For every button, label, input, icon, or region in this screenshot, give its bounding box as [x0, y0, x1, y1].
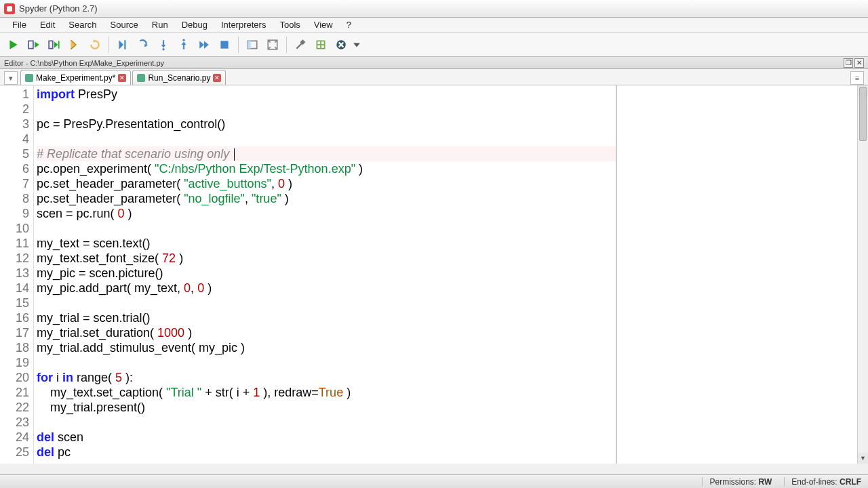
eol-cell: End-of-lines: CRLF: [784, 477, 861, 487]
svg-rect-18: [220, 41, 228, 48]
svg-marker-2: [35, 41, 39, 47]
dropdown-icon[interactable]: [352, 35, 361, 54]
menu-interpreters[interactable]: Interpreters: [214, 18, 273, 31]
run-selection-button[interactable]: [65, 35, 84, 54]
close-icon[interactable]: ✕: [854, 58, 864, 68]
window-title: Spyder (Python 2.7): [19, 3, 98, 14]
run-cell-advance-button[interactable]: [45, 35, 64, 54]
tab-label: Make_Experiment.py*: [36, 73, 115, 83]
svg-marker-16: [199, 41, 204, 48]
svg-marker-6: [94, 39, 97, 43]
permissions-label: Permissions:: [709, 477, 756, 487]
svg-marker-30: [353, 43, 360, 47]
menu-file[interactable]: File: [5, 18, 33, 31]
run-button[interactable]: [4, 35, 23, 54]
close-icon[interactable]: ✕: [118, 74, 126, 82]
sidebar-toggle-button[interactable]: [243, 35, 262, 54]
tab-row: ▾ Make_Experiment.py*✕Run_Scenario.py✕ ≡: [0, 69, 868, 85]
editor-panel-header: Editor - C:\nbs\Python Exp\Make_Experime…: [0, 57, 868, 69]
file-icon: [137, 74, 145, 82]
vertical-scrollbar[interactable]: ▲ ▼: [857, 85, 868, 464]
panel-title: Editor - C:\nbs\Python Exp\Make_Experime…: [4, 59, 164, 67]
svg-rect-3: [49, 41, 53, 48]
permissions-cell: Permissions: RW: [702, 477, 772, 487]
statusbar: Permissions: RW End-of-lines: CRLF: [0, 474, 868, 488]
close-icon[interactable]: ✕: [213, 74, 221, 82]
menu-source[interactable]: Source: [104, 18, 145, 31]
scroll-down-icon[interactable]: ▼: [858, 453, 868, 464]
svg-marker-4: [54, 41, 58, 47]
svg-point-12: [162, 48, 164, 50]
eol-label: End-of-lines:: [791, 477, 837, 487]
restore-icon[interactable]: ❐: [844, 58, 853, 68]
code-area[interactable]: import PresPy pc = PresPy.Presentation_c…: [34, 85, 616, 464]
stop-debug-button[interactable]: [215, 35, 234, 54]
line-number-gutter: 1234567891011121314151617181920212223242…: [0, 85, 34, 464]
svg-marker-7: [119, 40, 123, 49]
editor-wrap: 1234567891011121314151617181920212223242…: [0, 85, 868, 464]
scrollbar-thumb[interactable]: [859, 87, 867, 141]
menubar: FileEditSearchSourceRunDebugInterpreters…: [0, 18, 868, 33]
menu-help[interactable]: ?: [340, 18, 358, 31]
toolbar-separator: [108, 37, 109, 53]
continue-button[interactable]: [195, 35, 214, 54]
run-cell-button[interactable]: [24, 35, 43, 54]
toolbar: [0, 33, 868, 57]
code-editor[interactable]: 1234567891011121314151617181920212223242…: [0, 85, 616, 464]
debug-button[interactable]: [113, 35, 132, 54]
svg-point-15: [182, 39, 184, 41]
fullscreen-button[interactable]: [263, 35, 282, 54]
svg-marker-14: [182, 41, 186, 45]
menu-tools[interactable]: Tools: [273, 18, 307, 31]
svg-line-22: [296, 43, 302, 48]
rerun-button[interactable]: [85, 35, 104, 54]
tab-make-experiment-py-[interactable]: Make_Experiment.py*✕: [20, 70, 131, 85]
menu-view[interactable]: View: [307, 18, 340, 31]
permissions-value: RW: [759, 477, 772, 487]
eol-value: CRLF: [840, 477, 861, 487]
menu-run[interactable]: Run: [145, 18, 175, 31]
menu-debug[interactable]: Debug: [175, 18, 214, 31]
tab-run-scenario-py[interactable]: Run_Scenario.py✕: [132, 70, 226, 85]
pythonpath-button[interactable]: [311, 35, 330, 54]
titlebar: Spyder (Python 2.7): [0, 0, 868, 18]
svg-rect-20: [248, 41, 251, 48]
app-icon: [4, 3, 15, 14]
step-into-button[interactable]: [154, 35, 173, 54]
step-out-button[interactable]: [174, 35, 193, 54]
file-icon: [25, 74, 33, 82]
step-button[interactable]: [134, 35, 153, 54]
exit-button[interactable]: [332, 35, 351, 54]
menu-search[interactable]: Search: [62, 18, 103, 31]
tab-list-button[interactable]: ≡: [850, 71, 864, 85]
svg-marker-11: [161, 45, 166, 48]
toolbar-separator: [238, 37, 239, 53]
tab-label: Run_Scenario.py: [148, 73, 210, 83]
side-panel: [616, 85, 857, 464]
svg-marker-17: [204, 41, 209, 48]
tab-nav-button[interactable]: ▾: [4, 71, 18, 85]
svg-rect-1: [28, 41, 33, 48]
toolbar-separator: [286, 37, 287, 53]
menu-edit[interactable]: Edit: [33, 18, 62, 31]
preferences-button[interactable]: [291, 35, 310, 54]
svg-marker-0: [9, 40, 17, 49]
